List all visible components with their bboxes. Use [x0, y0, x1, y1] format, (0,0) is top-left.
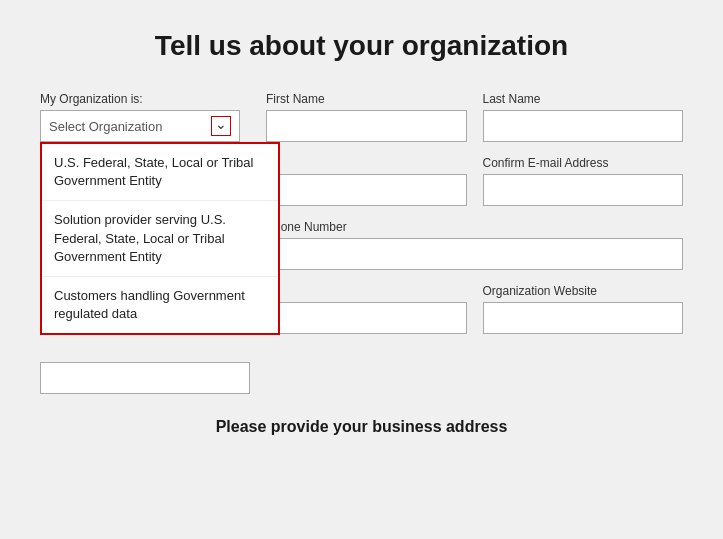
- last-name-label: Last Name: [483, 92, 684, 106]
- org-website-group: Organization Website: [483, 284, 684, 334]
- dropdown-item-customers[interactable]: Customers handling Government regulated …: [42, 277, 278, 333]
- org-dropdown-list: U.S. Federal, State, Local or Tribal Gov…: [40, 142, 280, 335]
- blank-group: blank: [266, 284, 467, 334]
- org-select-wrapper: My Organization is: Select Organization …: [40, 92, 240, 142]
- phone-row: Phone Number: [266, 220, 683, 270]
- confirm-email-input[interactable]: [483, 174, 684, 206]
- org-website-label: Organization Website: [483, 284, 684, 298]
- email-input[interactable]: [266, 174, 467, 206]
- bottom-label: Please provide your business address: [40, 418, 683, 436]
- website-row: blank Organization Website: [266, 284, 683, 334]
- dropdown-item-government[interactable]: U.S. Federal, State, Local or Tribal Gov…: [42, 144, 278, 201]
- address-left-input[interactable]: [40, 362, 250, 394]
- phone-input[interactable]: [266, 238, 683, 270]
- confirm-email-group: Confirm E-mail Address: [483, 156, 684, 206]
- blank-input[interactable]: [266, 302, 467, 334]
- last-name-group: Last Name: [483, 92, 684, 142]
- email-group: Email: [266, 156, 467, 206]
- email-row: Email Confirm E-mail Address: [266, 156, 683, 206]
- org-select-label: My Organization is:: [40, 92, 240, 106]
- page-title: Tell us about your organization: [155, 30, 568, 62]
- main-form: My Organization is: Select Organization …: [40, 92, 683, 394]
- first-name-input[interactable]: [266, 110, 467, 142]
- dropdown-item-solution-provider[interactable]: Solution provider serving U.S. Federal, …: [42, 201, 278, 277]
- org-select-placeholder: Select Organization: [49, 119, 162, 134]
- org-select-box[interactable]: Select Organization: [40, 110, 240, 142]
- left-column: My Organization is: Select Organization …: [40, 92, 250, 394]
- page-container: Tell us about your organization My Organ…: [0, 0, 723, 539]
- last-name-input[interactable]: [483, 110, 684, 142]
- right-column: First Name Last Name Email Confirm E-mai…: [266, 92, 683, 334]
- name-row: First Name Last Name: [266, 92, 683, 142]
- first-name-label: First Name: [266, 92, 467, 106]
- chevron-down-icon: [211, 116, 231, 136]
- confirm-email-label: Confirm E-mail Address: [483, 156, 684, 170]
- phone-label: Phone Number: [266, 220, 683, 234]
- first-name-group: First Name: [266, 92, 467, 142]
- org-website-input[interactable]: [483, 302, 684, 334]
- phone-group: Phone Number: [266, 220, 683, 270]
